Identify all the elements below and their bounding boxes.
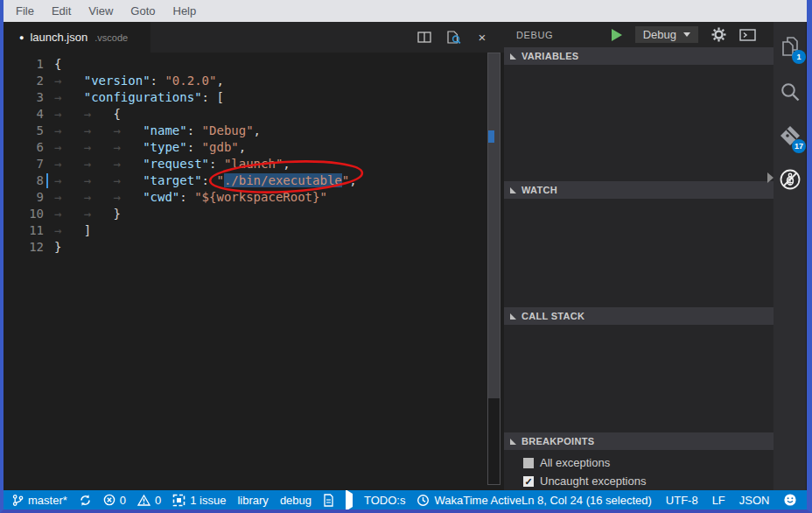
code-line[interactable]: 8→ → → "target": "./bin/executable", [4,172,504,189]
token: → → → [54,157,143,171]
tab-launch-json[interactable]: ● launch.json .vscode [4,22,150,53]
status-wakatime[interactable]: WakaTime Active [416,494,521,507]
section-body-watch [504,199,774,307]
menu-view[interactable]: View [80,4,122,18]
token: → [54,90,84,104]
code-line[interactable]: 3→ "configurations": [ [4,89,504,106]
checkbox-checked[interactable]: ✓ [523,476,534,487]
token: "cwd" [143,190,179,204]
gear-icon[interactable] [711,27,726,42]
menu-help[interactable]: Help [164,4,206,18]
status-debug[interactable]: debug [280,494,312,507]
status-run-task[interactable] [346,494,353,507]
menu-goto[interactable]: Goto [122,4,164,18]
status-feedback[interactable] [783,493,797,507]
code-editor[interactable]: 1{2→ "version": "0.2.0",3→ "configuratio… [4,53,504,490]
split-editor-icon[interactable] [416,31,432,45]
activity-explorer-icon[interactable]: 1 [774,29,806,64]
token: "name" [143,123,187,137]
code-text: → → → "cwd": "${workspaceRoot}" [44,189,327,206]
code-line[interactable]: 4→ → { [4,106,504,123]
line-number[interactable]: 7 [4,156,44,172]
line-number[interactable]: 3 [4,89,44,106]
close-icon[interactable]: × [474,31,490,45]
status-eol[interactable]: LF [712,494,725,507]
menu-file[interactable]: File [7,4,43,18]
section-label: CALL STACK [522,311,584,321]
code-line[interactable]: 11→ ] [4,222,504,239]
line-number[interactable]: 9 [4,189,44,206]
status-cursor-position[interactable]: Ln 8, Col 24 (16 selected) [522,494,652,507]
line-number[interactable]: 2 [4,73,44,89]
status-warnings[interactable]: 0 [137,494,161,507]
section-header-call-stack[interactable]: CALL STACK [504,307,774,325]
selection-overview-marker [488,130,494,143]
line-number[interactable]: 5 [4,123,44,139]
text-cursor [46,173,48,188]
dirty-indicator-icon: ● [19,33,24,42]
status-notes-file[interactable] [323,494,334,507]
status-language-mode[interactable]: JSON [739,494,770,507]
debug-console-icon[interactable] [739,29,756,41]
play-icon [346,494,353,507]
code-line[interactable]: 7→ → → "request": "launch", [4,156,504,172]
status-sync[interactable] [79,494,92,507]
section-header-variables[interactable]: VARIABLES [504,47,774,65]
line-number[interactable]: 11 [4,222,44,239]
code-text: → → } [44,206,121,222]
line-number[interactable]: 12 [4,239,44,256]
token: → → [54,207,113,221]
line-number[interactable]: 4 [4,106,44,123]
activity-debug-icon[interactable] [774,162,806,197]
code-text: → → → "target": "./bin/executable", [44,172,357,189]
code-line[interactable]: 6→ → → "type": "gdb", [4,139,504,156]
code-line[interactable]: 5→ → → "name": "Debug", [4,123,504,139]
status-label: TODO:s [364,494,405,507]
line-number[interactable]: 10 [4,206,44,222]
status-library[interactable]: library [237,494,268,507]
token: "target" [143,173,201,187]
status-branch[interactable]: master* [12,494,67,507]
activity-git-icon[interactable]: 17 [774,118,806,153]
editor-actions: × [416,31,490,45]
code-line[interactable]: 10→ → } [4,206,504,222]
token: "type" [143,140,187,154]
token: : [179,190,194,204]
code-line[interactable]: 9→ → → "cwd": "${workspaceRoot}" [4,189,504,206]
breakpoint-option[interactable]: ✓Uncaught exceptions [504,472,774,490]
file-icon [323,494,334,507]
smiley-icon [783,493,797,507]
token: → → → [54,173,143,187]
vscode-window: FileEditViewGotoHelp ● launch.json .vsco… [0,0,812,513]
line-number[interactable]: 6 [4,139,44,156]
section-label: BREAKPOINTS [522,436,594,446]
start-debug-button[interactable] [612,29,622,41]
status-encoding[interactable]: UTF-8 [666,494,698,507]
scrollbar-thumb[interactable] [488,53,500,398]
token: → → [54,107,113,121]
token: ] [84,223,91,237]
status-label: UTF-8 [666,494,698,507]
activity-search-icon[interactable] [774,74,806,109]
status-errors[interactable]: 0 [103,494,126,507]
token: → [54,74,84,88]
status-label: WakaTime Active [434,494,521,507]
section-header-breakpoints[interactable]: BREAKPOINTS [504,432,774,450]
status-todos[interactable]: TODO:s [364,494,405,507]
code-line[interactable]: 2→ "version": "0.2.0", [4,73,504,89]
section-body-breakpoints: All exceptions✓Uncaught exceptions [504,450,774,490]
checkbox-unchecked[interactable] [523,458,534,468]
line-number[interactable]: 1 [4,56,44,73]
section-header-watch[interactable]: WATCH [504,181,774,199]
line-number[interactable]: 8 [4,172,44,189]
token: "Debug" [202,123,254,137]
code-line[interactable]: 12} [4,239,504,256]
menu-edit[interactable]: Edit [43,4,80,18]
editor-scrollbar[interactable] [487,53,500,485]
breakpoint-option[interactable]: All exceptions [504,453,774,472]
status-label: 0 [155,494,161,507]
code-line[interactable]: 1{ [4,56,504,73]
status-issues[interactable]: 1 issue [172,494,226,507]
debug-config-dropdown[interactable]: Debug [635,26,698,43]
open-preview-icon[interactable] [445,31,461,45]
